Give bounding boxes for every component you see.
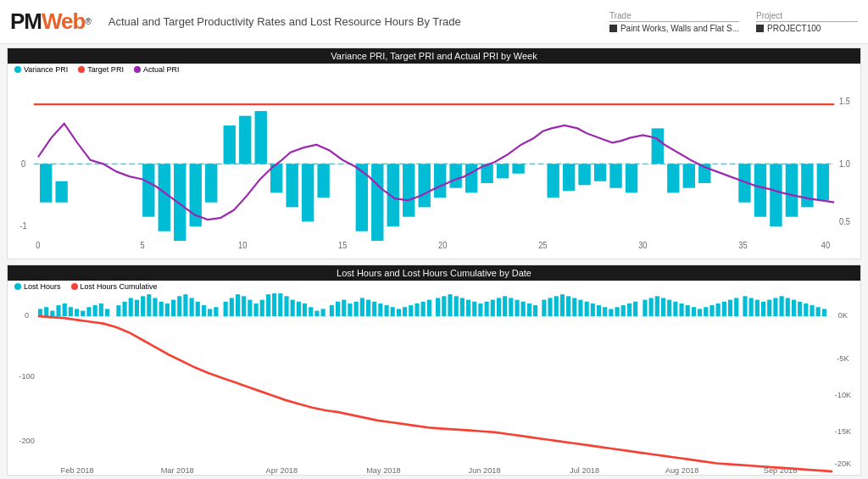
svg-rect-151 [503,296,507,316]
svg-text:-200: -200 [19,435,34,444]
svg-rect-156 [533,305,537,316]
svg-rect-164 [585,301,589,315]
trade-label: Trade [609,11,739,22]
legend-lost-hours-cumulative: Lost Hours Cumulative [71,282,158,291]
svg-text:-1: -1 [19,221,26,231]
svg-rect-148 [485,301,489,315]
svg-rect-134 [397,309,401,316]
svg-rect-147 [478,303,482,315]
project-value[interactable]: PROJECT100 [756,24,858,33]
trade-value[interactable]: Paint Works, Walls and Flat S... [609,24,739,33]
svg-rect-189 [743,296,747,316]
legend-variance-pri: Variance PRI [14,65,68,74]
svg-rect-41 [547,164,559,198]
svg-text:-20K: -20K [835,458,852,467]
page-title: Actual and Target Productivity Rates and… [108,15,609,28]
svg-rect-105 [214,307,218,316]
svg-rect-149 [491,299,495,315]
svg-rect-78 [44,307,48,316]
svg-rect-93 [141,296,145,316]
legend-target-pri: Target PRI [78,65,124,74]
svg-text:Feb 2018: Feb 2018 [61,465,94,475]
svg-rect-43 [578,164,590,185]
svg-rect-53 [770,164,782,226]
svg-rect-84 [81,310,85,315]
svg-rect-109 [242,296,246,316]
svg-rect-161 [566,296,570,316]
svg-rect-159 [554,296,559,316]
legend-variance-pri-label: Variance PRI [24,65,68,74]
svg-rect-20 [174,164,186,241]
svg-rect-141 [442,296,446,316]
svg-text:-10K: -10K [835,389,852,398]
svg-rect-125 [342,299,346,315]
svg-rect-111 [254,303,259,315]
svg-text:0: 0 [21,159,26,169]
svg-rect-80 [56,305,60,316]
chart2-container: Lost Hours and Lost Hours Cumulative by … [7,265,861,476]
svg-rect-199 [804,303,808,315]
svg-text:Aug 2018: Aug 2018 [665,465,699,475]
svg-rect-167 [603,307,607,316]
svg-rect-17 [55,181,67,203]
legend-lost-hours: Lost Hours [14,282,61,291]
svg-rect-24 [239,116,251,164]
chart2-legend: Lost Hours Lost Hours Cumulative [8,281,860,292]
svg-rect-171 [627,303,632,315]
logo: PMWeb® [10,8,92,35]
svg-rect-23 [224,125,236,164]
svg-rect-36 [449,164,461,187]
svg-rect-144 [460,298,465,316]
svg-rect-40 [512,164,524,173]
svg-text:0: 0 [25,309,29,319]
svg-rect-188 [734,298,738,316]
chart1-svg-area: -1 0 1.5 1.0 0.5 0 5 10 15 20 25 30 35 4… [8,75,860,259]
svg-rect-98 [171,299,175,315]
legend-actual-pri-label: Actual PRI [143,65,180,74]
svg-rect-184 [709,305,714,316]
svg-rect-39 [497,164,509,178]
svg-rect-162 [572,298,576,316]
target-pri-dot [78,66,85,73]
svg-rect-102 [196,301,200,315]
logo-pm: PM [10,8,42,35]
svg-rect-89 [116,305,120,316]
svg-rect-142 [448,294,452,316]
svg-rect-169 [615,307,620,316]
svg-rect-35 [434,164,446,198]
svg-rect-31 [371,164,383,241]
svg-rect-37 [465,164,477,192]
svg-rect-165 [591,303,595,315]
svg-rect-202 [822,309,826,316]
svg-rect-29 [317,164,329,198]
svg-rect-34 [419,164,431,207]
svg-rect-133 [391,307,395,316]
svg-rect-28 [302,164,314,221]
trade-filter-group: Trade Paint Works, Walls and Flat S... [609,11,739,33]
svg-rect-200 [810,305,814,316]
svg-rect-112 [260,299,264,315]
project-filter-group: Project PROJECT100 [756,11,858,33]
svg-rect-110 [248,299,252,315]
svg-rect-193 [767,299,771,315]
svg-rect-44 [594,164,606,181]
svg-rect-178 [673,301,677,315]
svg-rect-197 [792,299,796,315]
svg-rect-172 [633,301,637,315]
chart1-svg: -1 0 1.5 1.0 0.5 0 5 10 15 20 25 30 35 4… [8,75,860,259]
svg-rect-138 [421,301,426,315]
chart2-svg-area: 0 -100 -200 0K -5K -10K -15K -20K Feb 20… [8,292,860,476]
svg-text:15: 15 [338,241,347,251]
svg-rect-22 [205,164,217,202]
svg-rect-170 [621,305,626,316]
svg-rect-99 [177,296,181,316]
svg-text:1.5: 1.5 [839,97,850,107]
svg-rect-52 [754,164,766,216]
svg-rect-47 [652,128,664,164]
svg-text:35: 35 [738,241,747,251]
svg-rect-49 [683,164,695,187]
svg-rect-182 [698,309,702,316]
svg-rect-95 [153,298,157,316]
svg-text:10: 10 [238,241,248,251]
project-swatch [756,25,764,32]
